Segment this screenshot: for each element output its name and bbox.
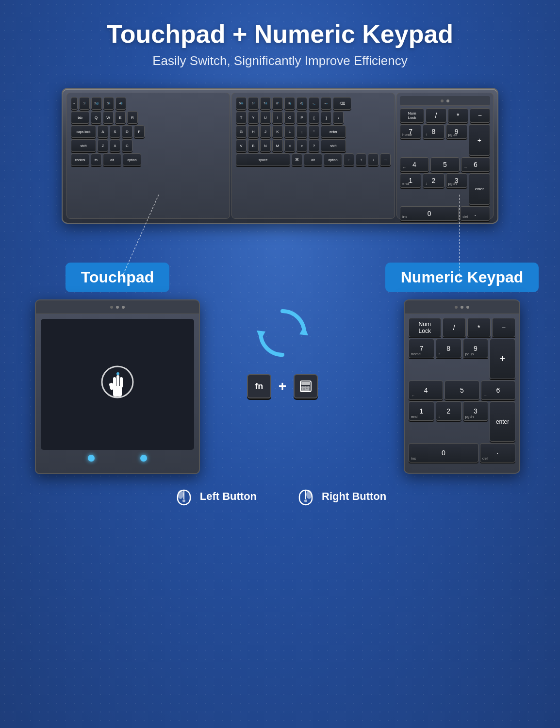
plus-key[interactable]: + bbox=[490, 339, 515, 379]
key-7[interactable]: 7home bbox=[409, 339, 434, 358]
numpad-keys: NumLock / * − 7home 8↑ 9pgup + 4← bbox=[405, 314, 519, 468]
svg-rect-20 bbox=[178, 490, 183, 499]
keyboard-panel-middle: 5% 6^ 7& 8* 9( 0) -_ =+ ⌫ T Y U I bbox=[231, 93, 395, 219]
numpad-row-3: 4← 5 6→ bbox=[409, 381, 515, 400]
numpad-row-2: 7home 8↑ 9pgup + bbox=[409, 339, 515, 379]
numpad-row-1: NumLock / * − bbox=[409, 318, 515, 337]
left-button-text: Left Button bbox=[200, 490, 257, 503]
svg-rect-12 bbox=[301, 382, 310, 385]
calculator-icon bbox=[299, 380, 313, 393]
keyboard-section: ~ 1! 2@ 3# 4$ tab Q W E R caps lock bbox=[62, 88, 498, 224]
svg-rect-13 bbox=[301, 386, 304, 389]
numpad-label: Numeric Keypad bbox=[385, 263, 539, 292]
key-0[interactable]: 0ins bbox=[409, 443, 478, 463]
right-mouse-icon bbox=[296, 486, 316, 507]
indicator-2 bbox=[116, 306, 119, 309]
multiply-key[interactable]: * bbox=[467, 318, 491, 337]
switch-section: fn + bbox=[239, 301, 326, 398]
svg-marker-10 bbox=[257, 331, 265, 340]
calc-key bbox=[294, 374, 318, 398]
minus-key[interactable]: − bbox=[492, 318, 515, 337]
svg-point-25 bbox=[304, 499, 307, 502]
indicator-1 bbox=[110, 306, 113, 309]
keyboard-panel-left: ~ 1! 2@ 3# 4$ tab Q W E R caps lock bbox=[66, 93, 230, 219]
svg-rect-24 bbox=[306, 490, 312, 499]
svg-rect-16 bbox=[301, 389, 304, 392]
right-button-text: Right Button bbox=[322, 490, 386, 503]
enter-key[interactable]: enter bbox=[490, 401, 515, 442]
bottom-labels: Left Button Right Button bbox=[174, 486, 386, 507]
key-4[interactable]: 4← bbox=[409, 381, 443, 400]
numpad-indicator-2 bbox=[461, 306, 463, 309]
left-button-dot bbox=[88, 455, 95, 462]
numpad-indicator-3 bbox=[466, 306, 469, 309]
svg-marker-9 bbox=[299, 326, 308, 335]
numlock-key[interactable]: NumLock bbox=[409, 318, 441, 337]
dot-key[interactable]: ·del bbox=[480, 443, 515, 463]
divide-key[interactable]: / bbox=[443, 318, 466, 337]
numpad-row-4: 1end 2↓ 3pgdn enter bbox=[409, 401, 515, 442]
indicator-3 bbox=[122, 306, 125, 309]
numpad-indicator-1 bbox=[455, 306, 458, 309]
device-top-bar-touchpad bbox=[36, 300, 199, 314]
bottom-section: Touchpad bbox=[25, 263, 535, 474]
svg-rect-14 bbox=[304, 386, 307, 389]
keyboard-panel-numpad: NumLock / * − 7home 8↑ 9pgup + 4← 5 bbox=[396, 93, 494, 219]
svg-point-21 bbox=[182, 499, 185, 502]
left-mouse-icon bbox=[174, 486, 194, 507]
button-indicators bbox=[36, 455, 199, 462]
key-5[interactable]: 5 bbox=[445, 381, 479, 400]
numpad-device: NumLock / * − 7home 8↑ 9pgup + 4← bbox=[404, 299, 520, 474]
svg-rect-15 bbox=[307, 386, 310, 389]
svg-rect-5 bbox=[116, 375, 119, 388]
subtitle: Easily Switch, Significantly Improve Eff… bbox=[152, 53, 408, 68]
main-title: Touchpad + Numeric Keypad bbox=[107, 19, 453, 49]
key-1[interactable]: 1end bbox=[409, 401, 434, 421]
main-content: Touchpad + Numeric Keypad Easily Switch,… bbox=[0, 0, 560, 516]
svg-rect-6 bbox=[120, 377, 123, 388]
svg-rect-17 bbox=[304, 389, 310, 392]
keyboard-image: ~ 1! 2@ 3# 4$ tab Q W E R caps lock bbox=[62, 88, 498, 224]
key-3[interactable]: 3pgdn bbox=[463, 401, 489, 421]
device-top-bar-numpad bbox=[405, 300, 519, 314]
key-8[interactable]: 8↑ bbox=[436, 339, 461, 358]
svg-point-8 bbox=[116, 372, 119, 375]
switch-arrows-icon bbox=[251, 301, 314, 364]
left-button-label: Left Button bbox=[174, 486, 257, 507]
plus-sign: + bbox=[279, 379, 286, 394]
key-9[interactable]: 9pgup bbox=[463, 339, 489, 358]
fn-combo: fn + bbox=[247, 374, 318, 398]
touch-icon bbox=[93, 360, 142, 409]
key-2[interactable]: 2↓ bbox=[436, 401, 461, 421]
touchpad-surface[interactable] bbox=[41, 319, 194, 450]
numpad-row-5: 0ins ·del bbox=[409, 443, 515, 463]
touchpad-device bbox=[35, 299, 200, 474]
key-6[interactable]: 6→ bbox=[481, 381, 515, 400]
right-button-label: Right Button bbox=[296, 486, 386, 507]
fn-key: fn bbox=[247, 374, 271, 398]
right-button-dot bbox=[140, 455, 147, 462]
touchpad-label: Touchpad bbox=[66, 263, 170, 292]
numpad-section: Numeric Keypad NumLock / * − bbox=[355, 263, 560, 474]
touchpad-section: Touchpad bbox=[25, 263, 210, 474]
